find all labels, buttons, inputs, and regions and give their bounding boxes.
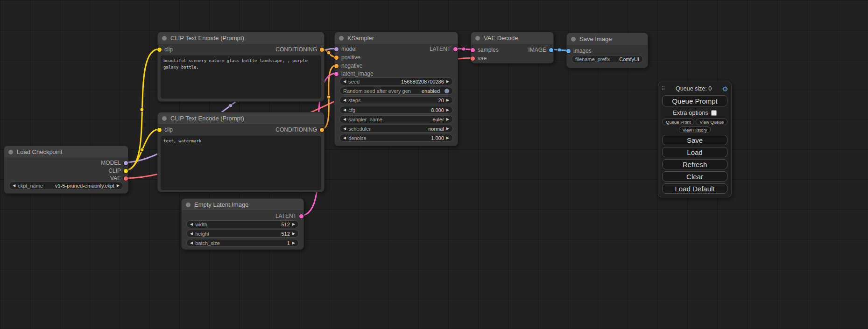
node-title-bar[interactable]: Save Image bbox=[567, 33, 648, 45]
queue-prompt-button[interactable]: Queue Prompt bbox=[662, 95, 727, 106]
arrow-left-icon[interactable]: ◀ bbox=[343, 98, 346, 102]
extra-options-checkbox[interactable] bbox=[711, 110, 717, 116]
input-slot-clip[interactable] bbox=[157, 48, 162, 52]
output-label-latent: LATENT bbox=[430, 45, 451, 53]
queue-front-button[interactable]: Queue Front bbox=[662, 119, 694, 125]
input-label-positive: positive bbox=[341, 54, 360, 61]
node-clip-text-encode-positive[interactable]: CLIP Text Encode (Prompt) clip CONDITION… bbox=[157, 32, 325, 102]
node-title-bar[interactable]: VAE Decode bbox=[471, 32, 553, 44]
arrow-left-icon[interactable]: ◀ bbox=[190, 223, 193, 226]
drag-handle-icon[interactable]: ⠿ bbox=[661, 86, 665, 91]
load-default-button[interactable]: Load Default bbox=[662, 183, 727, 194]
view-queue-button[interactable]: View Queue bbox=[696, 119, 727, 125]
output-slot-vae[interactable] bbox=[124, 176, 128, 181]
output-label-image: IMAGE bbox=[528, 46, 546, 54]
widget-ckpt-name[interactable]: ◀ ckpt_name v1-5-pruned-emaonly.ckpt ▶ bbox=[9, 182, 123, 190]
node-clip-text-encode-negative[interactable]: CLIP Text Encode (Prompt) clip CONDITION… bbox=[157, 112, 325, 192]
widget-scheduler[interactable]: ◀ scheduler normal ▶ bbox=[339, 125, 453, 133]
node-ksampler[interactable]: KSampler model positive negative latent_… bbox=[334, 32, 458, 146]
node-empty-latent-image[interactable]: Empty Latent Image LATENT ◀ width 512 ▶ … bbox=[181, 198, 304, 250]
load-button[interactable]: Load bbox=[662, 147, 727, 157]
node-title-bar[interactable]: Load Checkpoint bbox=[4, 146, 128, 158]
input-slot-latent-image[interactable] bbox=[334, 72, 339, 76]
widget-denoise[interactable]: ◀ denoise 1.000 ▶ bbox=[339, 134, 453, 142]
arrow-right-icon[interactable]: ▶ bbox=[446, 98, 449, 102]
queue-panel[interactable]: ⠿ Queue size: 0 ⚙ Queue Prompt Extra opt… bbox=[658, 82, 732, 197]
output-slot-conditioning[interactable] bbox=[320, 128, 324, 132]
arrow-left-icon[interactable]: ◀ bbox=[343, 127, 346, 131]
output-slot-conditioning[interactable] bbox=[320, 48, 324, 52]
widget-sampler-name[interactable]: ◀ sampler_name euler ▶ bbox=[339, 115, 453, 123]
input-label-images: images bbox=[573, 47, 592, 55]
settings-gear-icon[interactable]: ⚙ bbox=[722, 85, 728, 92]
toggle-knob-icon[interactable] bbox=[445, 89, 449, 93]
arrow-right-icon[interactable]: ▶ bbox=[292, 232, 295, 236]
node-vae-decode[interactable]: VAE Decode samples vae IMAGE bbox=[471, 32, 554, 63]
arrow-left-icon[interactable]: ◀ bbox=[190, 232, 193, 236]
collapse-dot-icon[interactable] bbox=[162, 36, 167, 41]
input-slot-negative[interactable] bbox=[334, 64, 339, 68]
widget-seed[interactable]: ◀ seed 156680208700286 ▶ bbox=[339, 77, 453, 85]
comfyui-canvas[interactable]: { "icons": { "arrow_left": "◀", "arrow_r… bbox=[0, 0, 868, 329]
widget-value: 512 bbox=[281, 222, 289, 227]
node-title-bar[interactable]: Empty Latent Image bbox=[182, 199, 303, 211]
collapse-dot-icon[interactable] bbox=[8, 150, 13, 154]
output-label-clip: CLIP bbox=[108, 167, 121, 175]
arrow-right-icon[interactable]: ▶ bbox=[292, 223, 295, 226]
input-slot-images[interactable] bbox=[566, 49, 571, 53]
output-slot-latent[interactable] bbox=[299, 214, 303, 218]
widget-filename-prefix[interactable]: filename_prefix ComfyUI bbox=[572, 55, 643, 63]
widget-label: batch_size bbox=[195, 240, 220, 246]
arrow-right-icon[interactable]: ▶ bbox=[446, 127, 449, 131]
widget-width[interactable]: ◀ width 512 ▶ bbox=[186, 220, 299, 228]
output-label-vae: VAE bbox=[110, 175, 121, 182]
input-slot-samples[interactable] bbox=[471, 48, 475, 52]
widget-batch-size[interactable]: ◀ batch_size 1 ▶ bbox=[186, 239, 299, 247]
widget-label: seed bbox=[348, 79, 360, 84]
arrow-right-icon[interactable]: ▶ bbox=[446, 136, 449, 140]
arrow-right-icon[interactable]: ▶ bbox=[292, 241, 295, 245]
collapse-dot-icon[interactable] bbox=[571, 37, 576, 42]
view-history-button[interactable]: View History bbox=[679, 126, 711, 133]
output-slot-latent[interactable] bbox=[453, 47, 458, 51]
arrow-right-icon[interactable]: ▶ bbox=[446, 118, 449, 121]
output-slot-image[interactable] bbox=[549, 48, 553, 52]
widget-height[interactable]: ◀ height 512 ▶ bbox=[186, 230, 299, 238]
node-load-checkpoint[interactable]: Load Checkpoint MODEL CLIP VAE ◀ ckpt_na… bbox=[4, 146, 128, 194]
arrow-left-icon[interactable]: ◀ bbox=[13, 184, 15, 188]
collapse-dot-icon[interactable] bbox=[339, 36, 344, 41]
node-save-image[interactable]: Save Image images filename_prefix ComfyU… bbox=[566, 33, 648, 68]
arrow-right-icon[interactable]: ▶ bbox=[446, 108, 449, 112]
input-slot-model[interactable] bbox=[334, 47, 339, 51]
prompt-textarea[interactable]: beautiful scenery nature glass bottle la… bbox=[161, 56, 321, 98]
widget-steps[interactable]: ◀ steps 20 ▶ bbox=[339, 96, 453, 104]
widget-random-seed-toggle[interactable]: Random seed after every gen enabled bbox=[339, 87, 453, 95]
refresh-button[interactable]: Refresh bbox=[662, 159, 727, 169]
widget-label: height bbox=[195, 231, 209, 237]
arrow-left-icon[interactable]: ◀ bbox=[343, 118, 346, 121]
input-slot-positive[interactable] bbox=[334, 56, 339, 60]
input-label-clip: clip bbox=[164, 126, 173, 133]
arrow-left-icon[interactable]: ◀ bbox=[190, 241, 193, 245]
node-title-bar[interactable]: KSampler bbox=[335, 32, 458, 44]
collapse-dot-icon[interactable] bbox=[186, 203, 191, 207]
arrow-left-icon[interactable]: ◀ bbox=[343, 136, 346, 140]
link-dot-model bbox=[229, 104, 233, 107]
arrow-right-icon[interactable]: ▶ bbox=[117, 184, 120, 188]
input-slot-vae[interactable] bbox=[471, 56, 475, 61]
collapse-dot-icon[interactable] bbox=[162, 116, 167, 121]
node-title-bar[interactable]: CLIP Text Encode (Prompt) bbox=[158, 32, 324, 44]
arrow-left-icon[interactable]: ◀ bbox=[343, 108, 346, 112]
node-title-bar[interactable]: CLIP Text Encode (Prompt) bbox=[158, 112, 324, 125]
node-title: Save Image bbox=[579, 35, 612, 42]
arrow-right-icon[interactable]: ▶ bbox=[446, 80, 449, 84]
output-slot-model[interactable] bbox=[124, 161, 128, 165]
output-slot-clip[interactable] bbox=[124, 169, 128, 173]
arrow-left-icon[interactable]: ◀ bbox=[343, 80, 346, 84]
widget-cfg[interactable]: ◀ cfg 8.000 ▶ bbox=[339, 106, 453, 114]
save-button[interactable]: Save bbox=[662, 135, 727, 145]
clear-button[interactable]: Clear bbox=[662, 171, 727, 182]
prompt-textarea[interactable]: text, watermark bbox=[161, 136, 321, 190]
collapse-dot-icon[interactable] bbox=[475, 36, 480, 41]
input-slot-clip[interactable] bbox=[157, 128, 162, 132]
